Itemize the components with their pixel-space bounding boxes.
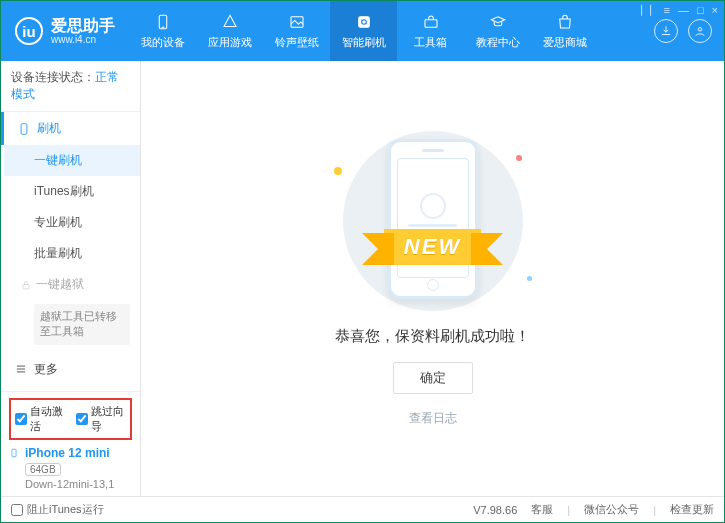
- nav-label: 爱思商城: [543, 35, 587, 50]
- download-button[interactable]: [654, 19, 678, 43]
- svg-rect-7: [23, 284, 29, 289]
- nav-ring-wall[interactable]: 铃声壁纸: [263, 1, 330, 61]
- svg-rect-11: [12, 449, 16, 457]
- group-title: 刷机: [37, 120, 61, 137]
- jailbreak-note: 越狱工具已转移至工具箱: [34, 304, 130, 345]
- ribbon-text: NEW: [384, 229, 481, 265]
- top-nav: 我的设备 应用游戏 铃声壁纸 智能刷机 工具箱 教程中心: [129, 1, 654, 61]
- sidebar-item-pro-flash[interactable]: 专业刷机: [4, 207, 140, 238]
- version-label: V7.98.66: [473, 504, 517, 516]
- main-content: NEW 恭喜您，保资料刷机成功啦！ 确定 查看日志: [141, 61, 724, 496]
- phone-icon: [17, 122, 31, 136]
- wechat-link[interactable]: 微信公众号: [584, 502, 639, 517]
- user-button[interactable]: [688, 19, 712, 43]
- auto-activate-label: 自动激活: [30, 404, 66, 434]
- phone-icon: [153, 13, 173, 31]
- skip-wizard-checkbox[interactable]: 跳过向导: [76, 404, 127, 434]
- nav-label: 我的设备: [141, 35, 185, 50]
- connection-status: 设备连接状态：正常模式: [1, 61, 140, 112]
- device-identifier: Down-12mini-13,1: [25, 478, 132, 490]
- sidebar-item-jailbreak: 一键越狱: [4, 269, 140, 300]
- bag-icon: [555, 13, 575, 31]
- image-icon: [287, 13, 307, 31]
- svg-rect-6: [21, 123, 27, 134]
- customer-service-link[interactable]: 客服: [531, 502, 553, 517]
- brand-logo-icon: iu: [15, 17, 43, 45]
- device-storage: 64GB: [25, 463, 61, 476]
- success-message: 恭喜您，保资料刷机成功啦！: [335, 327, 530, 346]
- view-log-link[interactable]: 查看日志: [409, 410, 457, 427]
- separator-icon: |: [567, 504, 570, 516]
- auto-activate-checkbox[interactable]: 自动激活: [15, 404, 66, 434]
- ok-button[interactable]: 确定: [393, 362, 473, 394]
- separator-icon: |: [653, 504, 656, 516]
- nav-my-device[interactable]: 我的设备: [129, 1, 196, 61]
- sidebar-item-batch-flash[interactable]: 批量刷机: [4, 238, 140, 269]
- graduation-icon: [488, 13, 508, 31]
- brand-url: www.i4.cn: [51, 34, 115, 45]
- brand-name: 爱思助手: [51, 17, 115, 35]
- phone-illustration-icon: [388, 139, 478, 299]
- group-title: 更多: [34, 361, 58, 378]
- svg-point-5: [698, 28, 702, 32]
- sidebar-group-more[interactable]: 更多: [4, 353, 140, 386]
- check-update-link[interactable]: 检查更新: [670, 502, 714, 517]
- skip-wizard-label: 跳过向导: [91, 404, 127, 434]
- menu-button[interactable]: ≡: [663, 4, 669, 16]
- device-name-text: iPhone 12 mini: [25, 446, 110, 460]
- sidebar-scroll[interactable]: 刷机 一键刷机 iTunes刷机 专业刷机 批量刷机 一键越狱 越狱工具已转移至…: [1, 112, 140, 391]
- sidebar: 设备连接状态：正常模式 刷机 一键刷机 iTunes刷机 专业刷机 批量刷机: [1, 61, 141, 496]
- refresh-icon: [354, 13, 374, 31]
- jailbreak-title: 一键越狱: [36, 276, 84, 293]
- svg-rect-4: [425, 19, 437, 27]
- nav-label: 教程中心: [476, 35, 520, 50]
- options-row: 自动激活 跳过向导: [9, 398, 132, 440]
- window-controls: ❘❘ ≡ — □ ×: [637, 3, 718, 16]
- nav-store[interactable]: 爱思商城: [531, 1, 598, 61]
- nav-label: 铃声壁纸: [275, 35, 319, 50]
- new-ribbon: NEW: [328, 227, 538, 267]
- nav-smart-flash[interactable]: 智能刷机: [330, 1, 397, 61]
- header: iu 爱思助手 www.i4.cn 我的设备 应用游戏 铃声壁纸 智能刷机: [1, 1, 724, 61]
- phone-icon: [9, 446, 19, 460]
- lock-icon: [20, 279, 32, 291]
- maximize-button[interactable]: □: [697, 4, 704, 16]
- block-itunes-checkbox[interactable]: 阻止iTunes运行: [11, 502, 104, 517]
- brand: iu 爱思助手 www.i4.cn: [1, 1, 129, 61]
- sidebar-bottom: 自动激活 跳过向导 iPhone 12 mini 64GB Down-12min…: [1, 391, 140, 496]
- minimize-button[interactable]: —: [678, 4, 689, 16]
- body: 设备连接状态：正常模式 刷机 一键刷机 iTunes刷机 专业刷机 批量刷机: [1, 61, 724, 496]
- toolbox-icon: [421, 13, 441, 31]
- list-icon: [14, 362, 28, 376]
- block-itunes-label: 阻止iTunes运行: [27, 502, 104, 517]
- nav-label: 应用游戏: [208, 35, 252, 50]
- device-name[interactable]: iPhone 12 mini: [9, 446, 132, 460]
- conn-label: 设备连接状态：: [11, 70, 95, 84]
- nav-tutorial[interactable]: 教程中心: [464, 1, 531, 61]
- sidebar-item-itunes-flash[interactable]: iTunes刷机: [4, 176, 140, 207]
- pin-button[interactable]: ❘❘: [637, 3, 655, 16]
- sidebar-item-one-key-flash[interactable]: 一键刷机: [4, 145, 140, 176]
- nav-apps-games[interactable]: 应用游戏: [196, 1, 263, 61]
- sidebar-group-flash[interactable]: 刷机: [1, 112, 140, 145]
- close-button[interactable]: ×: [712, 4, 718, 16]
- nav-label: 工具箱: [414, 35, 447, 50]
- nav-toolbox[interactable]: 工具箱: [397, 1, 464, 61]
- success-illustration: NEW: [328, 131, 538, 311]
- apps-icon: [220, 13, 240, 31]
- svg-rect-3: [358, 16, 369, 27]
- nav-label: 智能刷机: [342, 35, 386, 50]
- app-window: iu 爱思助手 www.i4.cn 我的设备 应用游戏 铃声壁纸 智能刷机: [0, 0, 725, 523]
- footer: 阻止iTunes运行 V7.98.66 客服 | 微信公众号 | 检查更新: [1, 496, 724, 522]
